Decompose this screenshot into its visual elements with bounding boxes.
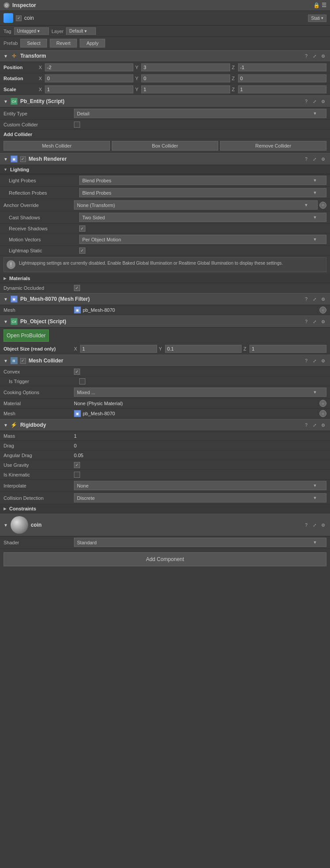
meshcollider-expand-btn[interactable]: ⤢ [311, 357, 318, 364]
pbobject-section-header[interactable]: ▼ C# Pb_Object (Script) ? ⤢ ⚙ [0, 315, 330, 328]
pbentity-gear-btn[interactable]: ⚙ [319, 98, 326, 105]
light-probes-dropdown[interactable]: Blend Probes [79, 176, 326, 185]
meshcollider-section-header[interactable]: ▼ ⊞ Mesh Collider ? ⤢ ⚙ [0, 355, 330, 367]
rigidbody-gear-btn[interactable]: ⚙ [319, 421, 326, 428]
mass-row: Mass 1 [0, 431, 330, 441]
meshrenderer-section-header[interactable]: ▼ ▣ Mesh Renderer ? ⤢ ⚙ [0, 153, 330, 165]
tag-label: Tag [4, 29, 11, 34]
rigidbody-expand-btn[interactable]: ⤢ [311, 421, 318, 428]
material-info-btn[interactable]: ? [303, 521, 310, 528]
meshrenderer-gear-btn[interactable]: ⚙ [319, 155, 326, 163]
transform-info-btn[interactable]: ? [303, 52, 310, 59]
prefab-row: Prefab Select Revert Apply [0, 37, 330, 50]
receive-shadows-checkbox[interactable] [79, 225, 85, 232]
open-probuilder-wrapper: Open ProBuilder [0, 329, 330, 342]
box-collider-button[interactable]: Box Collider [112, 141, 218, 151]
position-y-input[interactable] [141, 63, 230, 71]
pbentity-section-header[interactable]: ▼ C# Pb_Entity (Script) ? ⤢ ⚙ [0, 95, 330, 107]
motion-vectors-dropdown[interactable]: Per Object Motion [79, 235, 326, 244]
meshcollider-enabled-checkbox[interactable] [20, 358, 26, 364]
collision-detection-label: Collision Detection [4, 495, 74, 501]
lock-icon[interactable]: 🔒 [313, 2, 320, 8]
material-expand-btn[interactable]: ⤢ [311, 521, 318, 528]
meshfilter-info-btn[interactable]: ? [303, 295, 310, 303]
object-name[interactable]: coin [24, 15, 305, 21]
pbentity-info-btn[interactable]: ? [303, 98, 310, 105]
meshfilter-section-header[interactable]: ▼ ▣ Pb_Mesh-8070 (Mesh Filter) ? ⤢ ⚙ [0, 293, 330, 305]
reflection-probes-dropdown[interactable]: Blend Probes [79, 188, 326, 197]
meshcollider-gear-btn[interactable]: ⚙ [319, 357, 326, 364]
meshfilter-arrow: ▼ [4, 297, 8, 302]
object-enabled-checkbox[interactable] [16, 15, 22, 21]
rotation-x-input[interactable] [45, 74, 133, 82]
add-component-button[interactable]: Add Component [4, 552, 326, 566]
lightmap-static-checkbox[interactable] [79, 247, 85, 254]
objsize-y-input[interactable] [165, 345, 242, 353]
shader-dropdown[interactable]: Standard [74, 538, 326, 547]
prefab-apply-button[interactable]: Apply [80, 39, 105, 48]
mesh-collider-button[interactable]: Mesh Collider [4, 141, 110, 151]
rotation-z-input[interactable] [238, 74, 326, 82]
rotation-row: Rotation X Y Z [0, 73, 330, 84]
entity-type-dropdown[interactable]: Detail [74, 109, 326, 118]
materials-subsection[interactable]: ▶ Materials [0, 274, 330, 283]
layer-dropdown[interactable]: Default ▾ [66, 27, 95, 35]
meshrenderer-expand-btn[interactable]: ⤢ [311, 155, 318, 163]
prefab-select-button[interactable]: Select [20, 39, 47, 48]
cast-shadows-dropdown[interactable]: Two Sided [79, 213, 326, 222]
cooking-options-dropdown[interactable]: Mixed ... [74, 388, 326, 397]
lighting-subsection[interactable]: ▼ Lighting [0, 165, 330, 174]
meshrenderer-enabled-checkbox[interactable] [20, 156, 26, 162]
scale-y-input[interactable] [141, 85, 230, 93]
rigidbody-info-btn[interactable]: ? [303, 421, 310, 428]
tag-dropdown[interactable]: Untagged ▾ [14, 27, 49, 35]
meshrenderer-icon: ▣ [11, 155, 18, 163]
collision-detection-dropdown[interactable]: Discrete [74, 493, 326, 502]
constraints-subsection[interactable]: ▶ Constraints [0, 504, 330, 513]
scale-z-input[interactable] [238, 85, 326, 93]
pbobject-expand-btn[interactable]: ⤢ [311, 318, 318, 325]
cast-shadows-row: Cast Shadows Two Sided [0, 211, 330, 224]
remove-collider-button[interactable]: Remove Collider [220, 141, 326, 151]
material-gear-btn[interactable]: ⚙ [319, 521, 326, 528]
collider-material-circle-button[interactable]: ○ [319, 400, 326, 407]
meshrenderer-info-btn[interactable]: ? [303, 155, 310, 163]
transform-gear-btn[interactable]: ⚙ [319, 52, 326, 59]
use-gravity-checkbox[interactable] [74, 462, 80, 468]
objsize-z-input[interactable] [249, 345, 326, 353]
position-x-input[interactable] [45, 63, 133, 71]
custom-collider-checkbox[interactable] [74, 122, 80, 128]
objsize-x-input[interactable] [80, 345, 157, 353]
transform-section-header[interactable]: ▼ ✛ Transform ? ⤢ ⚙ [0, 50, 330, 62]
prefab-revert-button[interactable]: Revert [50, 39, 77, 48]
rotation-y-input[interactable] [141, 74, 230, 82]
is-trigger-checkbox[interactable] [79, 378, 85, 384]
menu-icon[interactable]: ☰ [322, 2, 326, 8]
angular-drag-value[interactable]: 0.05 [74, 453, 326, 458]
drag-value[interactable]: 0 [74, 443, 326, 448]
static-button[interactable]: Stati ▾ [308, 15, 326, 22]
meshfilter-expand-btn[interactable]: ⤢ [311, 295, 318, 303]
pbobject-gear-btn[interactable]: ⚙ [319, 318, 326, 325]
collider-mesh-circle-button[interactable]: ○ [319, 410, 326, 417]
open-probuilder-button[interactable]: Open ProBuilder [4, 329, 49, 342]
pbentity-expand-btn[interactable]: ⤢ [311, 98, 318, 105]
anchor-override-dropdown[interactable]: None (Transform) [74, 200, 318, 210]
rigidbody-title: Rigidbody [20, 422, 300, 428]
pbobject-info-btn[interactable]: ? [303, 318, 310, 325]
transform-expand-btn[interactable]: ⤢ [311, 52, 318, 59]
mass-value[interactable]: 1 [74, 433, 326, 439]
interpolate-dropdown[interactable]: None [74, 481, 326, 490]
dynamic-occluded-checkbox[interactable] [74, 285, 80, 291]
scale-x-input[interactable] [45, 85, 133, 93]
convex-checkbox[interactable] [74, 369, 80, 375]
position-z-input[interactable] [238, 63, 326, 71]
anchor-circle-button[interactable]: ○ [319, 202, 326, 209]
rigidbody-section-header[interactable]: ▼ ⚡ Rigidbody ? ⤢ ⚙ [0, 419, 330, 431]
meshcollider-info-btn[interactable]: ? [303, 357, 310, 364]
tag-layer-row: Tag Untagged ▾ Layer Default ▾ [0, 26, 330, 37]
mesh-circle-button[interactable]: ○ [319, 307, 326, 314]
meshfilter-gear-btn[interactable]: ⚙ [319, 295, 326, 303]
is-kinematic-checkbox[interactable] [74, 472, 80, 478]
material-section-header[interactable]: ▼ coin ? ⤢ ⚙ [0, 513, 330, 536]
